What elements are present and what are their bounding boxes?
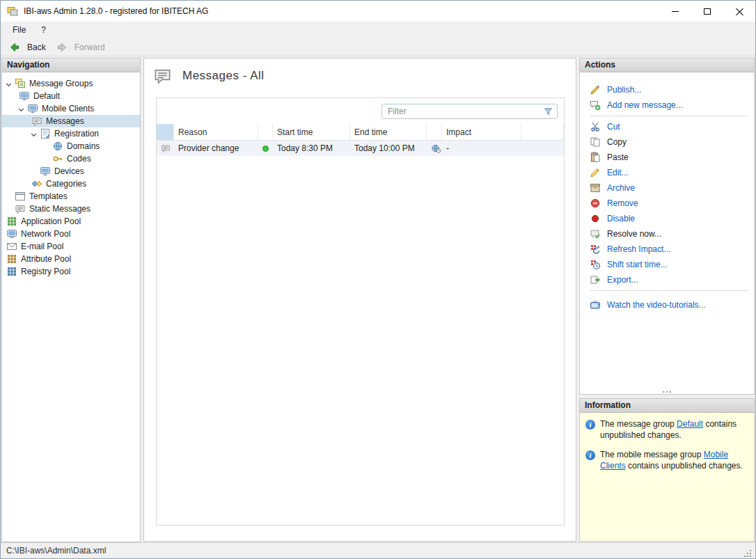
tree-item-mobile-clients[interactable]: Mobile Clients — [2, 102, 140, 115]
action-export[interactable]: Export... — [580, 272, 754, 288]
action-label: Add new message... — [607, 100, 683, 110]
globe-clock-icon — [431, 143, 441, 154]
tree-item-domains[interactable]: Domains — [2, 140, 140, 152]
tree-item-attribute-pool[interactable]: Attribute Pool — [2, 253, 140, 265]
page-title-row: Messages - All — [144, 58, 576, 85]
info-text-prefix: The message group — [600, 419, 677, 429]
action-watch-video-tutorials[interactable]: Watch the video-tutorials... — [580, 297, 754, 313]
archive-icon — [590, 182, 601, 194]
action-resolve-now[interactable]: Resolve now... — [580, 226, 754, 242]
minimize-button[interactable] — [659, 1, 691, 22]
action-remove[interactable]: Remove — [580, 196, 754, 211]
column-header-impact-icon[interactable] — [427, 124, 442, 140]
column-header-reason[interactable]: Reason — [174, 124, 258, 140]
column-header-start-time[interactable]: Start time — [273, 124, 350, 140]
paste-icon — [590, 152, 601, 163]
maximize-button[interactable] — [691, 1, 723, 22]
chevron-down-icon[interactable] — [31, 131, 36, 136]
panel-splitter-handle[interactable] — [580, 389, 754, 394]
status-bar: C:\IBI-aws\Admin\Data.xml — [1, 542, 755, 558]
filter-input[interactable] — [388, 107, 543, 116]
tree-item-default[interactable]: Default — [2, 90, 140, 102]
action-cut[interactable]: Cut — [580, 119, 754, 134]
tree-item-registration[interactable]: Registration — [2, 127, 140, 140]
tree-label: Message Groups — [29, 79, 93, 88]
table-row[interactable]: Provider change Today 8:30 PM Today 10:0… — [157, 141, 564, 156]
tree-item-message-groups[interactable]: Message Groups — [2, 77, 140, 90]
tree-item-templates[interactable]: Templates — [2, 190, 140, 203]
tree-item-devices[interactable]: Devices — [2, 165, 140, 178]
tree-item-messages[interactable]: Messages — [2, 115, 140, 127]
messages-icon — [153, 66, 172, 85]
tree-item-static-messages[interactable]: Static Messages — [2, 203, 140, 215]
action-copy[interactable]: Copy — [580, 134, 754, 150]
forward-label: Forward — [74, 42, 105, 52]
action-paste[interactable]: Paste — [580, 150, 754, 165]
action-label: Shift start time... — [607, 260, 668, 269]
info-item: The mobile message group Mobile Clients … — [585, 450, 748, 471]
column-header-end-time[interactable]: End time — [350, 124, 427, 140]
info-text-suffix: contains unpublished changes. — [626, 461, 743, 471]
tree-label: Mobile Clients — [42, 104, 94, 113]
back-arrow-icon — [9, 42, 20, 53]
table-header: Reason Start time End time Impact — [157, 124, 564, 141]
refresh-impact-icon — [590, 244, 601, 255]
information-panel: Information The message group Default co… — [579, 398, 755, 542]
action-label: Resolve now... — [607, 229, 661, 239]
messages-icon — [31, 116, 42, 127]
disable-icon — [590, 213, 601, 224]
action-add-new-message[interactable]: Add new message... — [580, 97, 754, 113]
action-label: Cut — [607, 122, 620, 132]
back-button[interactable]: Back — [5, 40, 52, 54]
export-icon — [590, 274, 601, 285]
filter-funnel-icon[interactable] — [543, 107, 553, 117]
actions-separator — [590, 290, 748, 291]
grid-icon — [6, 216, 17, 227]
action-label: Export... — [607, 275, 638, 285]
tree-item-codes[interactable]: Codes — [2, 152, 140, 165]
cut-icon — [590, 121, 601, 132]
tree-item-categories[interactable]: Categories — [2, 178, 140, 190]
actions-header: Actions — [580, 58, 754, 72]
tree-label: Categories — [46, 179, 86, 189]
tree-item-network-pool[interactable]: Network Pool — [2, 228, 140, 240]
tree-item-registry-pool[interactable]: Registry Pool — [2, 265, 140, 278]
column-header-impact[interactable]: Impact — [442, 124, 521, 140]
action-disable[interactable]: Disable — [580, 211, 754, 226]
close-icon — [736, 8, 743, 15]
menu-file[interactable]: File — [5, 23, 33, 37]
message-groups-icon — [15, 78, 26, 89]
link-default[interactable]: Default — [677, 419, 703, 429]
window-title: IBI-aws Admin 1.28.0 - registered for IB… — [24, 6, 208, 16]
mail-icon — [6, 241, 17, 252]
info-icon — [585, 450, 595, 460]
list-empty-area — [157, 156, 564, 525]
information-header: Information — [580, 399, 754, 413]
close-button[interactable] — [723, 1, 755, 22]
action-shift-start-time[interactable]: Shift start time... — [580, 257, 754, 272]
action-refresh-impact[interactable]: Refresh Impact... — [580, 242, 754, 257]
right-column: Actions Publish... Add new message... Cu… — [579, 58, 755, 542]
app-window: IBI-aws Admin 1.28.0 - registered for IB… — [0, 0, 756, 559]
monitor-icon — [40, 166, 51, 177]
resize-grip-icon[interactable] — [743, 549, 753, 558]
shift-start-time-icon — [590, 259, 601, 270]
actions-separator — [590, 116, 748, 116]
tree-item-email-pool[interactable]: E-mail Pool — [2, 240, 140, 253]
column-header-status[interactable] — [258, 124, 273, 140]
actions-list: Publish... Add new message... Cut Copy — [580, 72, 754, 389]
header-icon-column[interactable] — [157, 124, 174, 140]
action-archive[interactable]: Archive — [580, 180, 754, 196]
filter-box — [381, 104, 558, 119]
action-publish[interactable]: Publish... — [580, 82, 754, 97]
tree-item-application-pool[interactable]: Application Pool — [2, 215, 140, 228]
action-edit[interactable]: Edit... — [580, 165, 754, 180]
menu-help[interactable]: ? — [33, 23, 54, 37]
cell-reason: Provider change — [174, 141, 258, 156]
main-panel: Messages - All Reason Start time End tim… — [143, 58, 576, 542]
chevron-down-icon[interactable] — [19, 106, 24, 111]
chevron-down-icon[interactable] — [6, 81, 11, 86]
forward-button[interactable]: Forward — [52, 40, 111, 54]
video-tutorials-icon — [590, 299, 601, 310]
action-label: Edit... — [607, 168, 629, 178]
